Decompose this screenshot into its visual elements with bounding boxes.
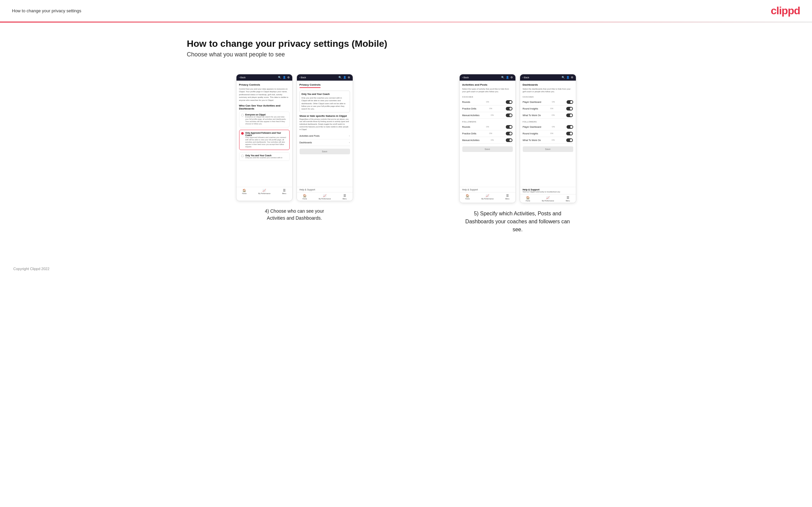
performance-icon-4: 📈 — [546, 196, 550, 200]
nav-menu-2[interactable]: ☰ Menu — [342, 194, 347, 200]
back-button-2[interactable]: ‹ Back — [300, 76, 306, 79]
settings-icon-4[interactable]: ⚙ — [571, 76, 573, 79]
profile-icon[interactable]: 👤 — [283, 76, 286, 79]
tooltip-title: Only You and Your Coach — [302, 93, 348, 96]
toggle-player-coaches[interactable]: Player Dashboard ON — [523, 99, 573, 106]
show-hide-title: Show or hide specific features in Clippd — [300, 114, 350, 117]
activities-label: Activities and Posts — [300, 135, 320, 137]
toggle-what-to-work-followers[interactable]: What To Work On ON — [523, 137, 573, 144]
followers-heading-3: FOLLOWERS — [462, 121, 513, 123]
toggle-player-followers[interactable]: Player Dashboard ON — [523, 124, 573, 130]
what-to-work-label-coaches: What To Work On — [523, 114, 541, 116]
search-icon-4[interactable]: 🔍 — [562, 76, 565, 79]
copyright: Copyright Clippd 2022 — [0, 253, 812, 277]
radio-circle-everyone — [241, 114, 244, 116]
toggle-manual-followers[interactable]: Manual Activities ON — [462, 137, 513, 144]
profile-icon-2[interactable]: 👤 — [343, 76, 346, 79]
home-label-1: Home — [242, 192, 246, 194]
toggle-switch-player-coaches[interactable] — [567, 100, 573, 104]
toggle-switch-practice-followers[interactable] — [506, 132, 512, 135]
home-icon-2: 🏠 — [303, 194, 307, 198]
caption-right: 5) Specify which Activities, Posts and D… — [461, 210, 574, 234]
nav-performance-1[interactable]: 📈 My Performance — [258, 189, 271, 194]
performance-icon-3: 📈 — [486, 194, 489, 198]
nav-performance-3[interactable]: 📈 My Performance — [481, 194, 494, 200]
radio-desc-only-you: Only you and the coaches you connect wit… — [245, 157, 283, 159]
help-section-3: Help & Support — [460, 187, 515, 192]
nav-home-2[interactable]: 🏠 Home — [303, 194, 307, 200]
home-label-3: Home — [465, 198, 470, 200]
toggle-manual-coaches[interactable]: Manual Activities ON — [462, 112, 513, 119]
nav-home-1[interactable]: 🏠 Home — [242, 189, 246, 194]
activities-arrow-row[interactable]: Activities and Posts › — [300, 133, 350, 139]
search-icon[interactable]: 🔍 — [278, 76, 281, 79]
phone-screen-3: ‹ Back 🔍 👤 ⚙ Activities and Posts Select… — [459, 74, 516, 203]
toggle-switch-what-to-work-followers[interactable] — [566, 138, 573, 142]
performance-label-4: My Performance — [542, 200, 554, 202]
nav-menu-3[interactable]: ☰ Menu — [505, 194, 509, 200]
save-button-2[interactable]: Save — [300, 149, 350, 154]
back-button-3[interactable]: ‹ Back — [462, 76, 469, 79]
toggle-switch-rounds-followers[interactable] — [506, 125, 512, 129]
toggle-switch-round-insights-coaches[interactable] — [566, 107, 573, 111]
toggle-switch-round-insights-followers[interactable] — [566, 132, 573, 135]
manual-label-followers: Manual Activities — [462, 139, 479, 142]
privacy-controls-title: Privacy Controls — [239, 83, 290, 86]
toggle-round-insights-followers[interactable]: Round Insights ON — [523, 130, 573, 137]
screenshot-group-1: ‹ Back 🔍 👤 ⚙ Privacy Controls Control ho… — [187, 74, 402, 222]
nav-home-4[interactable]: 🏠 Home — [526, 196, 530, 202]
phone-body-2: Privacy Controls Only You and Your Coach… — [297, 80, 353, 187]
toggle-switch-player-followers[interactable] — [567, 125, 573, 129]
back-button-1[interactable]: ‹ Back — [239, 76, 246, 79]
manual-label-coaches: Manual Activities — [462, 114, 479, 116]
menu-label-2: Menu — [342, 198, 347, 200]
radio-approved[interactable]: Only Approved Followers and Your Coach O… — [239, 130, 290, 150]
menu-icon-4: ☰ — [567, 196, 569, 200]
save-button-4[interactable]: Save — [523, 146, 573, 152]
profile-icon-3[interactable]: 👤 — [506, 76, 509, 79]
dashboards-chevron: › — [349, 141, 350, 144]
settings-icon-2[interactable]: ⚙ — [348, 76, 350, 79]
home-label-2: Home — [303, 198, 307, 200]
radio-everyone[interactable]: Everyone on Clippd Everyone on Clippd ca… — [239, 111, 290, 127]
toggle-switch-what-to-work-coaches[interactable] — [566, 113, 573, 117]
toggle-practice-coaches[interactable]: Practice Drills ON — [462, 106, 513, 112]
search-icon-3[interactable]: 🔍 — [501, 76, 504, 79]
activities-posts-desc: Select the types of activity that you'd … — [462, 88, 513, 93]
settings-icon[interactable]: ⚙ — [287, 76, 290, 79]
followers-heading-4: FOLLOWERS — [523, 121, 573, 123]
toggle-round-insights-coaches[interactable]: Round Insights ON — [523, 106, 573, 112]
caption-left: 4) Choose who can see your Activities an… — [258, 208, 331, 222]
settings-icon-3[interactable]: ⚙ — [510, 76, 513, 79]
dashboards-arrow-row[interactable]: Dashboards › — [300, 139, 350, 146]
performance-label-1: My Performance — [258, 192, 271, 194]
toggle-rounds-coaches[interactable]: Rounds ON — [462, 99, 513, 106]
nav-performance-2[interactable]: 📈 My Performance — [319, 194, 331, 200]
radio-label-only-you: Only You and Your Coach — [245, 154, 283, 157]
screenshot-group-2: ‹ Back 🔍 👤 ⚙ Activities and Posts Select… — [410, 74, 625, 234]
profile-icon-4[interactable]: 👤 — [566, 76, 569, 79]
toggle-switch-practice-coaches[interactable] — [506, 107, 512, 111]
toggle-switch-rounds-coaches[interactable] — [506, 100, 512, 104]
phone-body-1: Privacy Controls Control how you and you… — [237, 80, 292, 187]
toggle-practice-followers[interactable]: Practice Drills ON — [462, 130, 513, 137]
phone-screen-2: ‹ Back 🔍 👤 ⚙ Privacy Controls — [297, 74, 353, 201]
toggle-switch-manual-followers[interactable] — [506, 138, 512, 142]
nav-menu-4[interactable]: ☰ Menu — [566, 196, 570, 202]
performance-icon-1: 📈 — [262, 189, 266, 192]
phone-bottom-nav-4: 🏠 Home 📈 My Performance ☰ Menu — [520, 194, 576, 203]
toggle-rounds-followers[interactable]: Rounds ON — [462, 124, 513, 130]
nav-menu-1[interactable]: ☰ Menu — [282, 189, 286, 194]
toggle-switch-manual-coaches[interactable] — [506, 113, 512, 117]
nav-performance-4[interactable]: 📈 My Performance — [542, 196, 554, 202]
menu-label-4: Menu — [566, 200, 570, 202]
toggle-what-to-work-coaches[interactable]: What To Work On ON — [523, 112, 573, 119]
save-button-3[interactable]: Save — [462, 146, 513, 152]
home-icon-1: 🏠 — [243, 189, 246, 192]
show-hide-desc: Regardless of the privacy controls that … — [300, 118, 350, 131]
nav-home-3[interactable]: 🏠 Home — [465, 194, 470, 200]
back-button-4[interactable]: ‹ Back — [523, 76, 529, 79]
radio-only-you[interactable]: Only You and Your Coach Only you and the… — [239, 152, 290, 161]
search-icon-2[interactable]: 🔍 — [339, 76, 342, 79]
phone-body-4: Dashboards Select the dashboards that yo… — [520, 80, 576, 187]
